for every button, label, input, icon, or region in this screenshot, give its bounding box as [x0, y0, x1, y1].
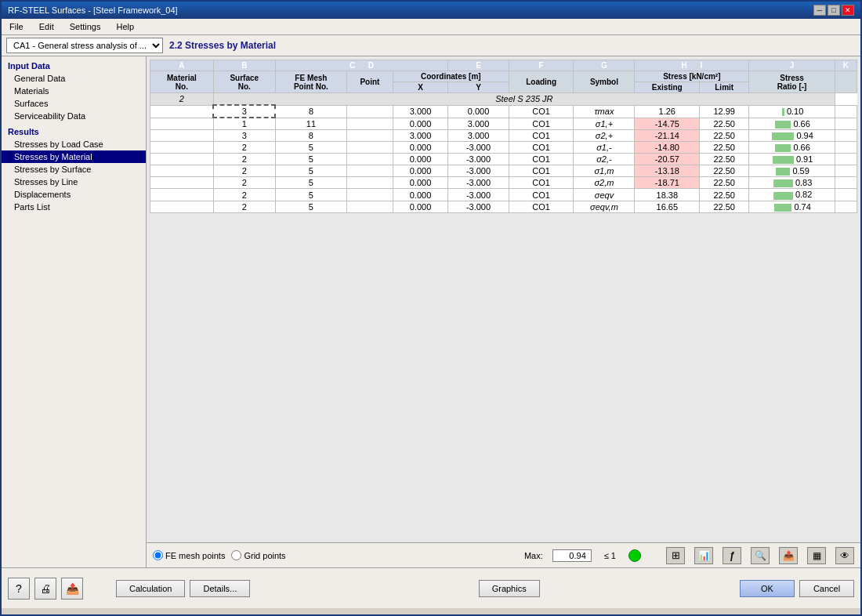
cell-x: 0.000 — [393, 165, 447, 177]
cell-mat-no — [150, 165, 214, 177]
graphics-button[interactable]: Graphics — [479, 580, 540, 597]
formula-icon-btn[interactable]: ƒ — [723, 547, 741, 564]
cell-loading: CO1 — [509, 177, 574, 189]
cell-x: 0.000 — [393, 177, 447, 189]
export-icon-btn[interactable]: 📤 — [779, 547, 798, 564]
cell-symbol: σ2,- — [574, 154, 635, 165]
cell-surf-no: 2 — [213, 201, 275, 212]
cell-y: 3.000 — [448, 130, 509, 142]
cell-mat-no — [150, 130, 214, 142]
cell-existing: -20.57 — [635, 154, 700, 165]
section-title: 2.2 Stresses by Material — [169, 40, 276, 51]
cell-y: -3.000 — [448, 189, 509, 201]
sidebar-item-materials[interactable]: Materials — [2, 85, 146, 97]
table-icon-btn[interactable]: ⊞ — [666, 547, 685, 564]
cell-x: 0.000 — [393, 154, 447, 165]
cell-limit: 12.99 — [700, 105, 749, 118]
cell-loading: CO1 — [509, 154, 574, 165]
sidebar-item-general-data[interactable]: General Data — [2, 72, 146, 85]
cell-existing: -13.18 — [635, 165, 700, 177]
cell-ratio: 0.94 — [749, 130, 835, 142]
ok-button[interactable]: OK — [740, 580, 795, 597]
limit-header: Limit — [700, 82, 749, 93]
max-label: Max: — [524, 551, 543, 560]
cell-surf-no: 2 — [213, 189, 275, 201]
cell-point — [347, 201, 393, 212]
minimize-button[interactable]: ─ — [813, 5, 826, 16]
maximize-button[interactable]: □ — [828, 5, 840, 16]
y-header: Y — [448, 82, 509, 93]
details-button[interactable]: Details... — [190, 580, 250, 597]
cell-existing: 16.65 — [635, 201, 700, 212]
radio-fe-mesh[interactable]: FE mesh points — [153, 550, 225, 560]
chart-icon-btn[interactable]: 📊 — [694, 547, 713, 564]
search-icon-btn[interactable]: 🔍 — [751, 547, 770, 564]
cell-existing: -21.14 — [635, 130, 700, 142]
cell-y: -3.000 — [448, 165, 509, 177]
cell-fe-no: 5 — [275, 142, 346, 154]
sidebar-item-stresses-line[interactable]: Stresses by Line — [2, 176, 146, 188]
sidebar-item-stresses-surface[interactable]: Stresses by Surface — [2, 163, 146, 176]
sidebar-item-parts-list[interactable]: Parts List — [2, 201, 146, 213]
sidebar-item-surfaces[interactable]: Surfaces — [2, 97, 146, 110]
sidebar-item-stresses-material[interactable]: Stresses by Material — [2, 150, 146, 163]
eye-icon-btn[interactable]: 👁 — [835, 547, 854, 564]
max-value-input[interactable] — [552, 549, 592, 562]
cell-k — [835, 189, 857, 201]
menu-file[interactable]: File — [5, 20, 28, 33]
cell-existing: -14.80 — [635, 142, 700, 154]
cell-mat-no — [150, 154, 214, 165]
point-header: Point — [347, 71, 393, 93]
cell-ratio: 0.66 — [749, 142, 835, 154]
menu-settings[interactable]: Settings — [65, 20, 106, 33]
cell-existing: 1.26 — [635, 105, 700, 118]
material-group-row: 2 Steel S 235 JR — [150, 93, 857, 106]
table-row[interactable]: 2 5 0.000 -3.000 CO1 σ2,- -20.57 22.50 0… — [150, 154, 857, 165]
print-icon-btn[interactable]: 🖨 — [34, 578, 56, 600]
toolbar: CA1 - General stress analysis of ... 2.2… — [2, 35, 860, 56]
menu-help[interactable]: Help — [111, 20, 139, 33]
table-row[interactable]: 1 11 0.000 3.000 CO1 σ1,+ -14.75 22.50 0… — [150, 118, 857, 130]
close-button[interactable]: ✕ — [842, 5, 854, 16]
cell-fe-no: 5 — [275, 201, 346, 212]
cell-loading: CO1 — [509, 201, 574, 212]
menu-edit[interactable]: Edit — [34, 20, 59, 33]
sidebar-item-displacements[interactable]: Displacements — [2, 188, 146, 201]
sidebar-item-serviceability[interactable]: Serviceability Data — [2, 110, 146, 122]
radio-grid-points[interactable]: Grid points — [231, 550, 285, 560]
cell-limit: 22.50 — [700, 165, 749, 177]
cell-k — [835, 201, 857, 212]
cell-surf-no: 2 — [213, 154, 275, 165]
table-row[interactable]: 3 8 3.000 3.000 CO1 σ2,+ -21.14 22.50 0.… — [150, 130, 857, 142]
cell-point — [347, 105, 393, 118]
export-footer-icon-btn[interactable]: 📤 — [61, 578, 83, 600]
cell-limit: 22.50 — [700, 142, 749, 154]
table-row[interactable]: 2 5 0.000 -3.000 CO1 σeqv,m 16.65 22.50 … — [150, 201, 857, 212]
stress-ratio-header: StressRatio [-] — [749, 71, 835, 93]
analysis-dropdown[interactable]: CA1 - General stress analysis of ... — [6, 38, 163, 53]
cell-y: -3.000 — [448, 201, 509, 212]
cell-point — [347, 177, 393, 189]
filter-icon-btn[interactable]: ▦ — [807, 547, 826, 564]
mat-group-num: 2 — [150, 93, 214, 106]
table-row[interactable]: 2 5 0.000 -3.000 CO1 σ2,m -18.71 22.50 0… — [150, 177, 857, 189]
help-icon-btn[interactable]: ? — [8, 578, 30, 600]
radio-group: FE mesh points Grid points — [153, 550, 286, 560]
cell-surf-no: 2 — [213, 165, 275, 177]
table-row[interactable]: 2 5 0.000 -3.000 CO1 σ1,m -13.18 22.50 0… — [150, 165, 857, 177]
col-a-header: A — [150, 60, 214, 71]
cancel-button[interactable]: Cancel — [799, 580, 854, 597]
cell-x: 3.000 — [393, 130, 447, 142]
material-no-header: MaterialNo. — [150, 71, 214, 93]
surface-no-header: SurfaceNo. — [213, 71, 275, 93]
sidebar-item-stresses-load-case[interactable]: Stresses by Load Case — [2, 138, 146, 150]
cell-x: 0.000 — [393, 201, 447, 212]
cell-x: 0.000 — [393, 142, 447, 154]
mat-group-name: Steel S 235 JR — [213, 93, 835, 106]
cell-ratio: 0.91 — [749, 154, 835, 165]
calculation-button[interactable]: Calculation — [116, 580, 185, 597]
cell-mat-no — [150, 201, 214, 212]
table-row[interactable]: 2 5 0.000 -3.000 CO1 σ1,- -14.80 22.50 0… — [150, 142, 857, 154]
table-row[interactable]: 3 8 3.000 0.000 CO1 τmax 1.26 12.99 0.10 — [150, 105, 857, 118]
table-row[interactable]: 2 5 0.000 -3.000 CO1 σeqv 18.38 22.50 0.… — [150, 189, 857, 201]
